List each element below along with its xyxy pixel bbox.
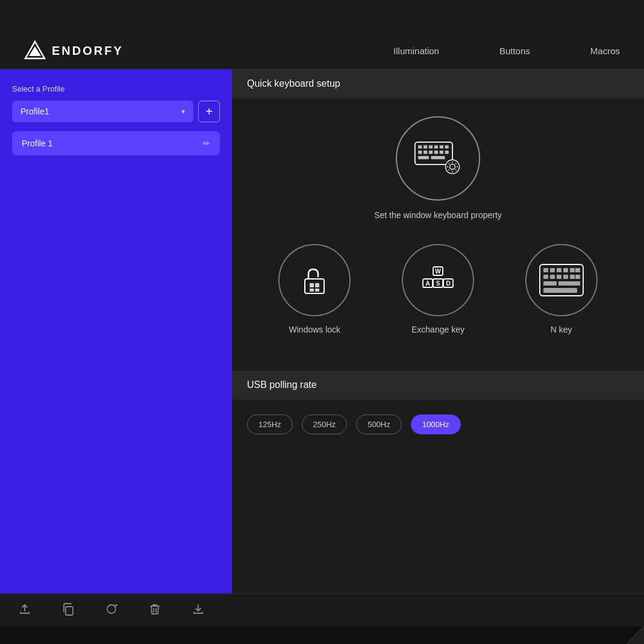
svg-rect-9: [418, 151, 422, 154]
svg-rect-29: [315, 283, 319, 287]
svg-line-23: [449, 163, 449, 164]
footer: [0, 593, 644, 627]
exchange-key-icon-circle: W A S D: [402, 244, 474, 316]
svg-rect-47: [543, 275, 548, 279]
windows-lock-card[interactable]: Windows lock: [278, 244, 351, 334]
svg-rect-16: [431, 156, 445, 159]
svg-rect-14: [445, 151, 449, 154]
windows-lock-icon-circle: [278, 244, 351, 316]
svg-rect-5: [429, 145, 433, 148]
upload-icon[interactable]: [18, 602, 31, 619]
bottom-deco: [0, 627, 644, 644]
svg-rect-44: [563, 268, 568, 272]
svg-rect-53: [543, 281, 557, 286]
quick-setup-section-header: Quick keyboard setup: [232, 69, 644, 98]
svg-rect-6: [434, 145, 438, 148]
quick-setup-area: Set the window keyboard property: [232, 98, 644, 358]
keyboard-property-label: Set the window keyboard property: [374, 210, 502, 220]
triangle-decoration: [548, 627, 644, 644]
nav-macros[interactable]: Macros: [590, 43, 620, 59]
polling-125hz[interactable]: 125Hz: [247, 414, 293, 434]
edit-icon[interactable]: ✏: [203, 139, 210, 148]
icons-row: Windows lock W A: [247, 244, 629, 334]
polling-buttons: 125Hz 250Hz 500Hz 1000Hz: [232, 414, 644, 452]
download-icon[interactable]: [192, 602, 205, 619]
svg-rect-3: [418, 145, 422, 148]
svg-rect-7: [440, 145, 443, 148]
svg-marker-57: [596, 627, 644, 644]
content-area: Quick keyboard setup: [232, 69, 644, 593]
logo: ENDORFY: [24, 40, 123, 62]
svg-rect-10: [424, 151, 427, 154]
svg-rect-46: [575, 268, 580, 272]
svg-line-26: [449, 169, 449, 170]
trash-icon[interactable]: [148, 602, 161, 619]
polling-header: USB polling rate: [232, 370, 644, 399]
add-profile-button[interactable]: +: [198, 101, 220, 122]
windows-lock-label: Windows lock: [289, 325, 341, 334]
copy-icon[interactable]: [61, 602, 75, 619]
svg-rect-13: [440, 151, 443, 154]
svg-line-24: [455, 169, 456, 170]
n-key-svg: [537, 262, 586, 298]
n-key-card[interactable]: N key: [525, 244, 598, 334]
keyboard-property-icon[interactable]: [396, 116, 480, 201]
svg-rect-31: [315, 289, 319, 292]
main-layout: Select a Profile Profile1 ▾ + Profile 1 …: [0, 69, 644, 593]
svg-rect-48: [550, 275, 555, 279]
chevron-down-icon: ▾: [181, 107, 185, 116]
keyboard-svg: [414, 140, 462, 177]
svg-rect-30: [310, 289, 314, 292]
svg-text:S: S: [436, 280, 440, 287]
polling-500hz[interactable]: 500Hz: [356, 414, 402, 434]
logo-icon: [24, 40, 46, 62]
profile-item-name: Profile 1: [22, 139, 52, 148]
polling-1000hz[interactable]: 1000Hz: [411, 414, 461, 434]
header: ENDORFY Illumination Buttons Macros: [0, 33, 644, 69]
profile-item[interactable]: Profile 1 ✏: [12, 131, 220, 155]
svg-text:W: W: [435, 268, 441, 275]
windows-lock-svg: [295, 261, 334, 299]
select-profile-label: Select a Profile: [12, 84, 220, 93]
svg-text:A: A: [425, 280, 430, 287]
nav-buttons[interactable]: Buttons: [499, 43, 530, 59]
svg-rect-45: [570, 268, 575, 272]
svg-rect-51: [570, 275, 575, 279]
profile-dropdown-value: Profile1: [20, 107, 49, 116]
svg-rect-41: [543, 268, 548, 272]
svg-rect-11: [429, 151, 433, 154]
sidebar: Select a Profile Profile1 ▾ + Profile 1 …: [0, 69, 232, 593]
n-key-icon-circle: [525, 244, 598, 316]
svg-rect-42: [550, 268, 555, 272]
quick-setup-title: Quick keyboard setup: [247, 78, 340, 89]
profile-dropdown-row: Profile1 ▾ +: [12, 101, 220, 122]
svg-rect-43: [557, 268, 561, 272]
exchange-key-label: Exchange key: [411, 325, 464, 334]
svg-rect-52: [575, 275, 580, 279]
exchange-key-svg: W A S D: [417, 261, 459, 299]
svg-rect-49: [557, 275, 561, 279]
nav: Illumination Buttons Macros: [393, 43, 620, 59]
refresh-icon[interactable]: [105, 602, 118, 619]
svg-rect-4: [424, 145, 427, 148]
profile-dropdown[interactable]: Profile1 ▾: [12, 101, 193, 122]
keyboard-main-icon-wrap: Set the window keyboard property: [247, 116, 629, 220]
svg-text:D: D: [446, 280, 450, 287]
svg-rect-27: [305, 279, 324, 293]
polling-section: USB polling rate 125Hz 250Hz 500Hz 1000H…: [232, 370, 644, 452]
svg-line-25: [455, 163, 456, 164]
svg-rect-56: [66, 607, 73, 615]
svg-rect-50: [563, 275, 568, 279]
svg-rect-28: [310, 283, 314, 287]
polling-title: USB polling rate: [247, 380, 317, 390]
svg-rect-12: [434, 151, 438, 154]
svg-rect-55: [543, 288, 577, 293]
polling-250hz[interactable]: 250Hz: [302, 414, 348, 434]
svg-rect-54: [558, 281, 580, 286]
nav-illumination[interactable]: Illumination: [393, 43, 439, 59]
top-bar: [0, 0, 644, 33]
svg-rect-8: [445, 145, 449, 148]
exchange-key-card[interactable]: W A S D Exchange key: [402, 244, 474, 334]
svg-rect-15: [418, 156, 429, 159]
n-key-label: N key: [551, 325, 572, 334]
